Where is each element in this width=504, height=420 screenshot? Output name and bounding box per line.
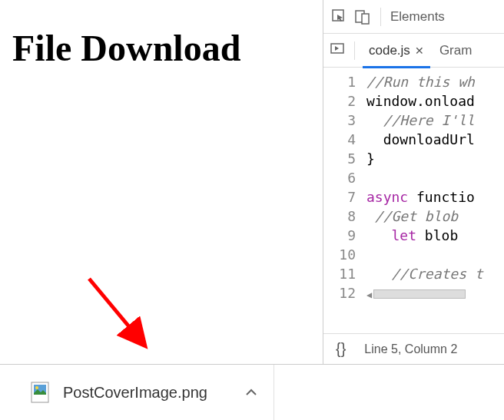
elements-tab[interactable]: Elements (390, 9, 445, 25)
code-editor[interactable]: 123456789101112 //Run this whwindow.onlo… (323, 68, 504, 333)
pretty-print-icon[interactable]: {} (336, 340, 346, 358)
download-chip[interactable]: PostCoverImage.png (0, 365, 274, 420)
toggle-device-icon[interactable] (354, 8, 371, 25)
page-title: File Download (12, 27, 323, 69)
tab-label: Gram (439, 43, 472, 58)
tab-label: code.js (369, 43, 410, 58)
tab-gram[interactable]: Gram (435, 34, 477, 68)
devtools-panel: Elements code.js ✕ Gram 123456789101112 … (323, 0, 504, 364)
close-icon[interactable]: ✕ (415, 45, 424, 57)
navigator-icon[interactable] (330, 41, 345, 60)
svg-line-1 (89, 279, 143, 343)
tab-codejs[interactable]: code.js ✕ (364, 34, 429, 68)
chevron-up-icon[interactable] (244, 385, 258, 399)
inspect-element-icon[interactable] (331, 8, 348, 25)
svg-rect-4 (362, 14, 369, 24)
devtools-toolbar: Elements (323, 0, 504, 34)
line-gutter: 123456789101112 (323, 68, 362, 333)
devtools-file-tabs: code.js ✕ Gram (323, 34, 504, 68)
download-filename: PostCoverImage.png (63, 384, 207, 402)
annotation-arrow (77, 273, 161, 357)
code-content: //Run this whwindow.onload //Here I'll d… (362, 68, 504, 333)
svg-point-8 (35, 386, 38, 389)
page-content: File Download (0, 0, 323, 364)
devtools-status-bar: {} Line 5, Column 2 (323, 333, 504, 364)
cursor-position: Line 5, Column 2 (364, 342, 457, 356)
image-file-icon (31, 382, 49, 403)
download-bar: PostCoverImage.png (0, 365, 504, 420)
